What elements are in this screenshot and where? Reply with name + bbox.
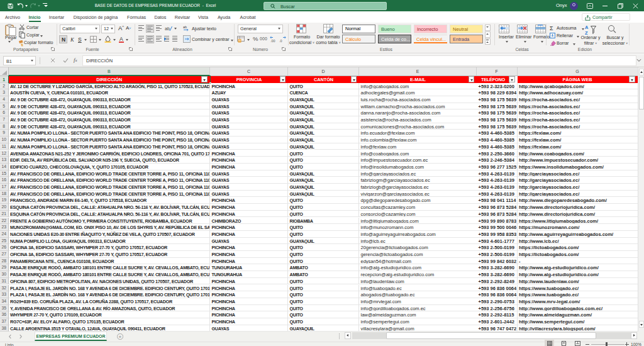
svg-text:.00: .00 bbox=[270, 39, 275, 43]
svg-text:ab: ab bbox=[165, 26, 170, 31]
svg-text:Z: Z bbox=[585, 30, 588, 35]
svg-text:ab: ab bbox=[183, 25, 187, 29]
svg-text:.0: .0 bbox=[279, 39, 282, 43]
svg-text:A: A bbox=[585, 25, 589, 30]
